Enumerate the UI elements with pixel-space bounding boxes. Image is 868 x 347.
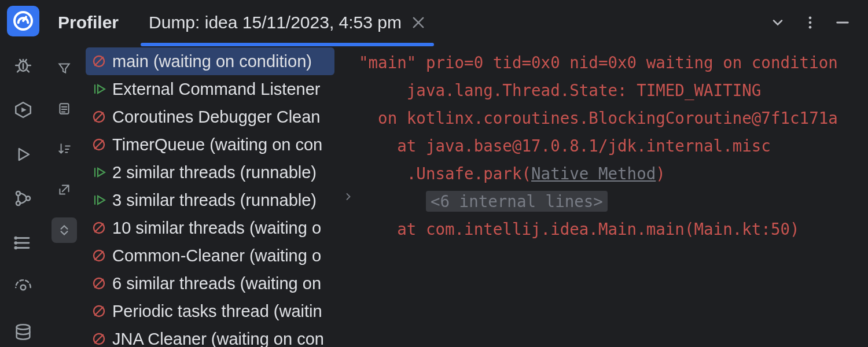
thread-item[interactable]: 10 similar threads (waiting o [82, 214, 338, 242]
tab-label: Dump: idea 15/11/2023, 4:53 pm [149, 13, 402, 32]
svg-line-27 [95, 57, 103, 65]
thread-label: Coroutines Debugger Clean [112, 108, 321, 127]
thread-label: 10 similar threads (waiting o [112, 219, 321, 238]
waiting-icon [91, 138, 106, 152]
thread-item[interactable]: Common-Cleaner (waiting o [82, 242, 338, 270]
svg-point-20 [809, 26, 812, 29]
waiting-icon [91, 249, 106, 263]
filter-icon[interactable] [52, 56, 77, 81]
main-area: Profiler Dump: idea 15/11/2023, 4:53 pm [46, 0, 868, 347]
runnable-icon [91, 193, 106, 207]
tab-dump[interactable]: Dump: idea 15/11/2023, 4:53 pm [141, 0, 434, 45]
svg-point-15 [17, 324, 30, 330]
thread-item[interactable]: TimerQueue (waiting on con [82, 131, 338, 158]
folded-lines[interactable]: <6 internal lines> [426, 191, 608, 212]
thread-item[interactable]: External Command Listener [82, 75, 338, 103]
native-method-link[interactable]: Native Method [531, 164, 656, 183]
body-row: main (waiting on condition)External Comm… [46, 45, 868, 347]
thread-list-toolbar [46, 45, 82, 347]
svg-line-31 [95, 113, 103, 121]
more-vertical-icon[interactable] [802, 14, 818, 31]
stack-line: "main" prio=0 tid=0x0 nid=0x0 waiting on… [359, 53, 838, 72]
sort-icon[interactable] [52, 136, 77, 162]
waiting-icon [91, 221, 106, 235]
waiting-icon [91, 54, 106, 68]
chevron-down-icon[interactable] [770, 14, 786, 31]
waiting-icon [91, 332, 106, 346]
thread-item[interactable]: 6 similar threads (waiting on [82, 270, 338, 297]
profiler-tool-icon[interactable] [7, 6, 39, 36]
svg-line-39 [95, 224, 103, 232]
svg-marker-4 [19, 149, 29, 160]
svg-line-47 [95, 335, 103, 343]
database-tool-icon[interactable] [7, 316, 39, 347]
stack-line: java.lang.Thread.State: TIMED_WAITING [359, 81, 761, 99]
svg-point-14 [21, 285, 26, 290]
stack-trace[interactable]: "main" prio=0 tid=0x0 nid=0x0 waiting on… [359, 45, 868, 347]
svg-marker-3 [21, 108, 26, 113]
services-tool-icon[interactable] [7, 95, 39, 125]
thread-label: main (waiting on condition) [112, 52, 312, 71]
runnable-icon [91, 82, 106, 96]
stack-line: on kotlinx.coroutines.BlockingCoroutine@… [359, 109, 838, 127]
svg-line-33 [95, 141, 103, 149]
vcs-tool-icon[interactable] [7, 183, 39, 214]
thread-item[interactable]: 3 similar threads (runnable) [82, 186, 338, 214]
debug-tool-icon[interactable] [7, 50, 39, 81]
svg-point-13 [15, 247, 17, 249]
detail-gutter [338, 45, 359, 347]
tab-actions [770, 14, 862, 31]
todo-tool-icon[interactable] [7, 228, 39, 259]
thread-label: TimerQueue (waiting on con [112, 135, 322, 154]
documentation-icon[interactable] [52, 96, 77, 121]
tool-window-title: Profiler [58, 13, 136, 32]
thread-label: Periodic tasks thread (waitin [112, 302, 322, 321]
run-tool-icon[interactable] [7, 139, 39, 169]
thread-item[interactable]: 2 similar threads (runnable) [82, 158, 338, 186]
thread-label: Common-Cleaner (waiting o [112, 246, 321, 265]
thread-label: 3 similar threads (runnable) [112, 191, 317, 210]
export-icon[interactable] [52, 177, 77, 202]
endpoints-tool-icon[interactable] [7, 272, 39, 303]
activity-bar [0, 0, 46, 347]
waiting-icon [91, 304, 106, 318]
svg-marker-37 [98, 196, 105, 204]
svg-point-11 [15, 237, 17, 239]
thread-item[interactable]: JNA Cleaner (waiting on con [82, 325, 338, 347]
svg-line-45 [95, 307, 103, 315]
svg-marker-29 [98, 85, 105, 93]
thread-item[interactable]: main (waiting on condition) [86, 47, 334, 75]
collapse-icon[interactable] [52, 217, 77, 243]
thread-label: External Command Listener [112, 80, 320, 99]
runnable-icon [91, 165, 106, 179]
close-icon[interactable] [411, 15, 426, 30]
svg-line-43 [95, 279, 103, 287]
thread-label: 2 similar threads (runnable) [112, 163, 317, 182]
thread-item[interactable]: Periodic tasks thread (waitin [82, 297, 338, 325]
svg-line-41 [95, 252, 103, 260]
expand-fold-icon[interactable] [343, 189, 354, 206]
svg-marker-35 [98, 168, 105, 176]
thread-item[interactable]: Coroutines Debugger Clean [82, 103, 338, 131]
stack-line: at java.base@17.0.8.1/jdk.internal.misc [359, 136, 771, 155]
thread-label: JNA Cleaner (waiting on con [112, 330, 324, 348]
svg-point-19 [809, 21, 812, 24]
stack-line: ) [656, 164, 665, 183]
svg-point-18 [809, 17, 812, 20]
svg-point-12 [15, 242, 17, 244]
stack-line: at com.intellij.idea.Main.main(Main.kt:5… [359, 220, 800, 238]
waiting-icon [91, 276, 106, 290]
thread-label: 6 similar threads (waiting on [112, 274, 321, 293]
waiting-icon [91, 110, 106, 124]
thread-list[interactable]: main (waiting on condition)External Comm… [82, 45, 338, 347]
tab-row: Profiler Dump: idea 15/11/2023, 4:53 pm [46, 0, 868, 45]
stack-line: .Unsafe.park( [359, 164, 531, 183]
minimize-icon[interactable] [834, 14, 851, 31]
